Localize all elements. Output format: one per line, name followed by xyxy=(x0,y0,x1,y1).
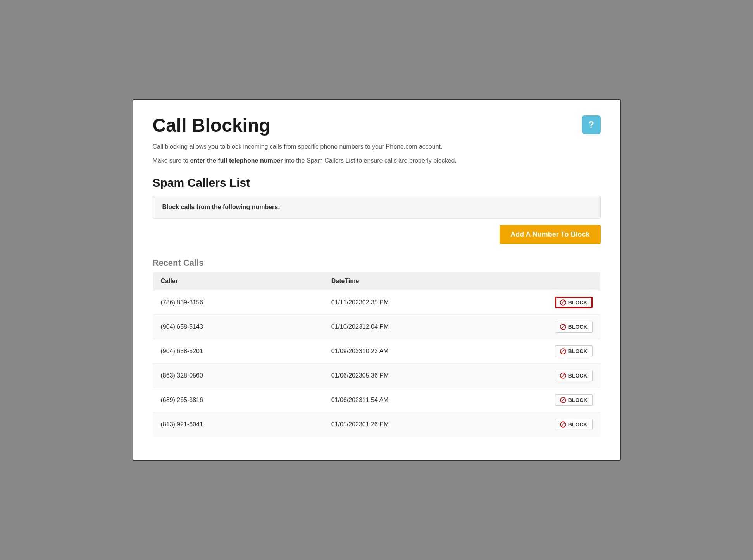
svg-line-3 xyxy=(561,325,565,329)
block-button[interactable]: BLOCK xyxy=(555,297,593,308)
description2: Make sure to enter the full telephone nu… xyxy=(153,156,601,165)
calls-tbody: (786) 839-315601/11/202302:35 PMBLOCK(90… xyxy=(153,290,600,436)
block-button-label: BLOCK xyxy=(568,397,588,403)
action-cell: BLOCK xyxy=(538,388,600,412)
datetime-cell: 01/11/202302:35 PM xyxy=(324,290,538,314)
header-row: Call Blocking ? xyxy=(153,115,601,136)
block-button[interactable]: BLOCK xyxy=(555,345,593,357)
svg-line-1 xyxy=(561,301,565,304)
datetime-cell: 01/06/202305:36 PM xyxy=(324,363,538,388)
spam-callers-box: Block calls from the following numbers: xyxy=(153,196,601,219)
table-row: (813) 921-604101/05/202301:26 PMBLOCK xyxy=(153,412,600,436)
block-icon xyxy=(560,348,566,354)
col-header-caller: Caller xyxy=(153,272,324,290)
block-button[interactable]: BLOCK xyxy=(555,394,593,406)
caller-cell: (904) 658-5143 xyxy=(153,314,324,339)
caller-cell: (813) 921-6041 xyxy=(153,412,324,436)
table-header: Caller DateTime xyxy=(153,272,600,290)
datetime-cell: 01/10/202312:04 PM xyxy=(324,314,538,339)
spam-callers-section-title: Spam Callers List xyxy=(153,176,601,189)
block-button[interactable]: BLOCK xyxy=(555,321,593,333)
table-row: (786) 839-315601/11/202302:35 PMBLOCK xyxy=(153,290,600,314)
recent-calls-title: Recent Calls xyxy=(153,258,601,268)
block-icon xyxy=(560,421,566,428)
block-icon xyxy=(560,373,566,379)
block-button-label: BLOCK xyxy=(568,421,588,428)
page-container: Call Blocking ? Call blocking allows you… xyxy=(133,99,621,461)
action-cell: BLOCK xyxy=(538,412,600,436)
block-button[interactable]: BLOCK xyxy=(555,419,593,430)
help-button[interactable]: ? xyxy=(582,115,601,134)
col-header-action xyxy=(538,272,600,290)
table-header-row: Caller DateTime xyxy=(153,272,600,290)
block-icon xyxy=(560,397,566,403)
block-button[interactable]: BLOCK xyxy=(555,370,593,381)
table-row: (863) 328-056001/06/202305:36 PMBLOCK xyxy=(153,363,600,388)
page-title: Call Blocking xyxy=(153,115,271,136)
action-cell: BLOCK xyxy=(538,363,600,388)
table-row: (689) 265-381601/06/202311:54 AMBLOCK xyxy=(153,388,600,412)
table-row: (904) 658-514301/10/202312:04 PMBLOCK xyxy=(153,314,600,339)
svg-line-11 xyxy=(561,423,565,426)
action-cell: BLOCK xyxy=(538,314,600,339)
caller-cell: (904) 658-5201 xyxy=(153,339,324,363)
svg-line-9 xyxy=(561,398,565,402)
datetime-cell: 01/06/202311:54 AM xyxy=(324,388,538,412)
block-icon xyxy=(560,299,566,306)
datetime-cell: 01/09/202310:23 AM xyxy=(324,339,538,363)
datetime-cell: 01/05/202301:26 PM xyxy=(324,412,538,436)
add-button-row: Add A Number To Block xyxy=(153,225,601,244)
recent-calls-table: Caller DateTime (786) 839-315601/11/2023… xyxy=(153,272,601,437)
block-button-label: BLOCK xyxy=(568,324,588,330)
block-icon xyxy=(560,324,566,330)
caller-cell: (786) 839-3156 xyxy=(153,290,324,314)
table-row: (904) 658-520101/09/202310:23 AMBLOCK xyxy=(153,339,600,363)
action-cell: BLOCK xyxy=(538,290,600,314)
block-button-label: BLOCK xyxy=(568,348,588,354)
action-cell: BLOCK xyxy=(538,339,600,363)
description2-bold: enter the full telephone number xyxy=(190,157,283,164)
col-header-datetime: DateTime xyxy=(324,272,538,290)
block-button-label: BLOCK xyxy=(568,299,588,306)
block-button-label: BLOCK xyxy=(568,373,588,379)
svg-line-5 xyxy=(561,349,565,353)
description1: Call blocking allows you to block incomi… xyxy=(153,142,601,151)
spam-callers-label: Block calls from the following numbers: xyxy=(162,204,280,210)
add-number-button[interactable]: Add A Number To Block xyxy=(500,225,600,244)
svg-line-7 xyxy=(561,374,565,378)
caller-cell: (689) 265-3816 xyxy=(153,388,324,412)
caller-cell: (863) 328-0560 xyxy=(153,363,324,388)
